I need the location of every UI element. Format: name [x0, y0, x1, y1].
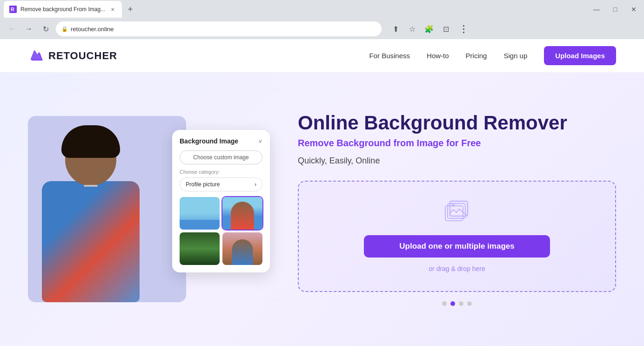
- nav-how-to[interactable]: How-to: [427, 52, 449, 60]
- dot-2[interactable]: [450, 301, 455, 306]
- carousel-dots: [298, 292, 616, 311]
- nav-for-business[interactable]: For Business: [369, 52, 410, 60]
- bg-thumb-plants[interactable]: [180, 232, 220, 265]
- upload-zone[interactable]: Upload one or multiple images or drag & …: [298, 181, 616, 292]
- dot-1[interactable]: [442, 301, 447, 306]
- dot-4[interactable]: [467, 301, 472, 306]
- bg-category-arrow-icon: ›: [255, 181, 256, 188]
- bg-thumb-beach[interactable]: [180, 197, 220, 230]
- nav-upload-button[interactable]: Upload Images: [544, 46, 616, 65]
- minimize-button[interactable]: —: [590, 3, 603, 16]
- svg-text:R: R: [11, 7, 14, 12]
- svg-point-5: [452, 204, 455, 207]
- nav-pricing[interactable]: Pricing: [466, 52, 487, 60]
- logo-icon: [28, 47, 45, 64]
- demo-area: Background Image ∨ Choose custom image C…: [28, 111, 270, 312]
- bg-thumb-person-dark[interactable]: [222, 197, 262, 230]
- bg-thumb-mountain[interactable]: [222, 232, 262, 265]
- forward-button[interactable]: →: [22, 22, 35, 35]
- close-button[interactable]: ✕: [627, 3, 640, 16]
- share-icon[interactable]: ⬆: [389, 22, 402, 35]
- drag-drop-text: or drag & drop here: [429, 265, 485, 272]
- person-hair: [61, 125, 120, 158]
- tab-title: Remove background From Imag...: [20, 6, 105, 13]
- new-tab-button[interactable]: +: [124, 3, 137, 16]
- bg-panel-chevron-icon: ∨: [258, 138, 262, 144]
- tab-favicon: R: [9, 6, 17, 13]
- person-necklace: [84, 185, 98, 187]
- website-content: RETOUCHER For Business How-to Pricing Si…: [0, 39, 644, 346]
- main-nav: RETOUCHER For Business How-to Pricing Si…: [0, 39, 644, 73]
- person-body: [42, 181, 140, 302]
- dot-3[interactable]: [459, 301, 463, 306]
- back-button[interactable]: ←: [6, 22, 19, 35]
- background-panel: Background Image ∨ Choose custom image C…: [172, 130, 270, 272]
- upload-images-icon: [443, 200, 471, 228]
- browser-addressbar: ← → ↻ 🔒 retoucher.online ⬆ ☆ 🧩 ⊡ ⋮: [0, 19, 644, 39]
- hero-title: Online Background Remover: [298, 112, 616, 134]
- bg-panel-category-label: Choose category:: [180, 169, 262, 175]
- choose-custom-image-button[interactable]: Choose custom image: [180, 150, 262, 164]
- nav-links: For Business How-to Pricing Sign up Uplo…: [369, 46, 617, 65]
- lock-icon: 🔒: [61, 26, 68, 32]
- bg-panel-header: Background Image ∨: [180, 137, 262, 145]
- extensions-icon[interactable]: 🧩: [423, 22, 436, 35]
- address-bar[interactable]: 🔒 retoucher.online: [56, 21, 382, 36]
- bg-thumbnails-grid: [180, 197, 262, 265]
- browser-window: R Remove background From Imag... ✕ + — □…: [0, 0, 644, 346]
- reader-icon[interactable]: ⊡: [439, 22, 452, 35]
- reload-button[interactable]: ↻: [39, 22, 52, 35]
- bookmark-icon[interactable]: ☆: [406, 22, 419, 35]
- logo-text: RETOUCHER: [48, 50, 117, 62]
- demo-person-image: [28, 116, 168, 312]
- bg-panel-title: Background Image: [180, 137, 238, 145]
- tab-close-button[interactable]: ✕: [109, 6, 116, 13]
- hero-tagline: Quickly, Easily, Online: [298, 156, 616, 166]
- bg-category-select[interactable]: Profile picture ›: [180, 177, 262, 191]
- titlebar-controls: — □ ✕: [590, 3, 640, 16]
- nav-sign-up[interactable]: Sign up: [503, 52, 527, 60]
- addressbar-actions: ⬆ ☆ 🧩 ⊡: [389, 22, 452, 35]
- maximize-button[interactable]: □: [609, 3, 622, 16]
- browser-titlebar: R Remove background From Imag... ✕ + — □…: [0, 0, 644, 19]
- browser-menu-button[interactable]: ⋮: [456, 23, 471, 34]
- hero-subtitle: Remove Background from Image for Free: [298, 138, 616, 149]
- logo[interactable]: RETOUCHER: [28, 47, 117, 64]
- hero-section: Background Image ∨ Choose custom image C…: [0, 73, 644, 346]
- upload-zone-button[interactable]: Upload one or multiple images: [364, 235, 550, 258]
- bg-category-value: Profile picture: [186, 181, 220, 188]
- browser-tab[interactable]: R Remove background From Imag... ✕: [4, 1, 122, 18]
- hero-content: Online Background Remover Remove Backgro…: [298, 112, 616, 311]
- url-text: retoucher.online: [71, 26, 376, 33]
